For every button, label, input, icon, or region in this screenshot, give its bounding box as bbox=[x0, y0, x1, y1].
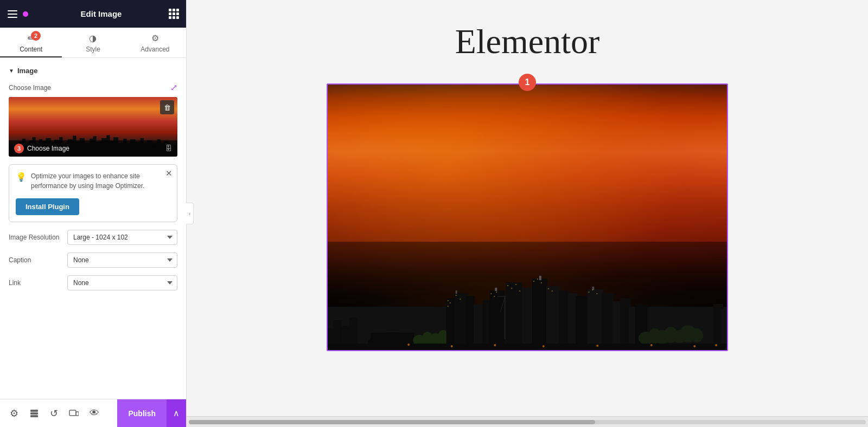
svg-rect-75 bbox=[588, 292, 589, 293]
tab-content-label: Content bbox=[20, 46, 42, 53]
svg-point-81 bbox=[542, 345, 545, 347]
svg-rect-4 bbox=[76, 412, 79, 416]
tab-style[interactable]: ◑ Style bbox=[62, 28, 124, 57]
install-plugin-button[interactable]: Install Plugin bbox=[16, 198, 79, 215]
canvas-area: Elementor 1 bbox=[187, 0, 868, 427]
grid-icon[interactable] bbox=[169, 9, 178, 19]
main-city-silhouette bbox=[328, 242, 727, 350]
hamburger-line bbox=[8, 14, 17, 15]
tab-content[interactable]: ✏ Content 2 bbox=[0, 28, 62, 57]
svg-rect-60 bbox=[448, 306, 449, 307]
caption-row: Caption None bbox=[9, 253, 177, 268]
choose-image-label: Choose Image ⤢ bbox=[9, 82, 177, 93]
tab-style-label: Style bbox=[86, 46, 100, 53]
resolution-row: Image Resolution Large - 1024 x 102 bbox=[9, 230, 177, 245]
section-image-title: ▼ Image bbox=[9, 67, 177, 75]
svg-rect-64 bbox=[494, 296, 495, 297]
hamburger-line bbox=[8, 17, 17, 18]
svg-rect-29 bbox=[504, 296, 506, 339]
svg-rect-42 bbox=[602, 293, 614, 350]
link-select[interactable]: None bbox=[67, 275, 177, 290]
svg-rect-73 bbox=[548, 288, 549, 289]
panel-header: Edit Image bbox=[0, 0, 186, 28]
publish-button[interactable]: Publish bbox=[117, 399, 167, 428]
svg-rect-16 bbox=[371, 333, 414, 344]
svg-rect-28 bbox=[495, 288, 497, 291]
svg-rect-24 bbox=[456, 290, 457, 294]
horizontal-scrollbar[interactable] bbox=[189, 420, 866, 424]
delete-image-button[interactable]: 🗑 bbox=[160, 100, 174, 114]
svg-rect-71 bbox=[537, 279, 538, 280]
optimize-text: Optimize your images to enhance site per… bbox=[31, 171, 170, 191]
responsive-toolbar-button[interactable] bbox=[63, 404, 84, 423]
svg-rect-32 bbox=[506, 282, 522, 350]
main-image-bg bbox=[328, 85, 727, 350]
svg-rect-72 bbox=[541, 282, 542, 283]
svg-rect-2 bbox=[30, 415, 38, 417]
step3-badge: 3 bbox=[14, 144, 24, 153]
menu-button[interactable] bbox=[8, 10, 17, 18]
resolution-label: Image Resolution bbox=[9, 234, 63, 241]
image-preview-wrapper[interactable]: 🗑 3 Choose Image 🗄 bbox=[9, 97, 177, 157]
preview-toolbar-button[interactable]: 👁 bbox=[84, 403, 105, 423]
svg-rect-0 bbox=[30, 410, 38, 412]
svg-rect-59 bbox=[450, 302, 451, 303]
choose-image-btn[interactable]: 3 Choose Image 🗄 bbox=[9, 140, 177, 157]
svg-rect-63 bbox=[490, 293, 492, 294]
svg-rect-35 bbox=[539, 276, 541, 280]
svg-rect-40 bbox=[587, 289, 603, 350]
image-widget[interactable] bbox=[327, 83, 728, 351]
settings-toolbar-button[interactable]: ⚙ bbox=[4, 403, 24, 424]
svg-rect-1 bbox=[30, 412, 38, 415]
svg-point-83 bbox=[650, 344, 653, 346]
content-badge: 2 bbox=[31, 31, 41, 41]
canvas-step1-badge: 1 bbox=[519, 74, 536, 91]
svg-rect-74 bbox=[552, 290, 553, 292]
close-banner-button[interactable]: ✕ bbox=[165, 169, 173, 177]
toolbar-icons: ⚙ ↺ 👁 bbox=[0, 403, 117, 424]
section-arrow: ▼ bbox=[9, 68, 14, 74]
bottom-toolbar: ⚙ ↺ 👁 Publish ∧ bbox=[0, 399, 186, 427]
svg-point-78 bbox=[407, 344, 410, 346]
canvas-content: Elementor 1 bbox=[187, 0, 868, 416]
chevron-up-button[interactable]: ∧ bbox=[167, 399, 186, 428]
svg-rect-22 bbox=[455, 293, 468, 350]
caption-label: Caption bbox=[9, 256, 63, 264]
layers-toolbar-button[interactable] bbox=[24, 404, 44, 423]
svg-rect-68 bbox=[515, 284, 516, 285]
optimize-banner: ✕ 💡 Optimize your images to enhance site… bbox=[9, 164, 177, 222]
scroll-thumb bbox=[189, 420, 595, 424]
svg-rect-39 bbox=[576, 296, 589, 350]
svg-rect-3 bbox=[69, 410, 76, 416]
caption-select[interactable]: None bbox=[67, 253, 177, 268]
link-row: Link None bbox=[9, 275, 177, 290]
section-label: Image bbox=[17, 67, 38, 75]
svg-rect-70 bbox=[533, 281, 534, 282]
left-panel: Edit Image ✏ Content 2 ◑ Style ⚙ Advance… bbox=[0, 0, 187, 427]
city-skyline-svg bbox=[328, 242, 727, 350]
db-icon: 🗄 bbox=[165, 145, 172, 152]
collapse-handle[interactable]: ‹ bbox=[186, 203, 194, 224]
svg-rect-34 bbox=[532, 279, 547, 350]
expand-icon[interactable]: ⤢ bbox=[170, 82, 177, 93]
svg-point-85 bbox=[715, 344, 717, 346]
hamburger-line bbox=[8, 10, 17, 11]
svg-rect-76 bbox=[592, 289, 593, 290]
svg-rect-36 bbox=[546, 286, 560, 350]
history-toolbar-button[interactable]: ↺ bbox=[44, 403, 63, 424]
svg-point-80 bbox=[494, 344, 496, 346]
tab-advanced-label: Advanced bbox=[141, 46, 169, 53]
banner-header: 💡 Optimize your images to enhance site p… bbox=[16, 171, 170, 191]
panel-tabs: ✏ Content 2 ◑ Style ⚙ Advanced bbox=[0, 28, 186, 58]
panel-title: Edit Image bbox=[81, 9, 122, 18]
svg-point-53 bbox=[690, 328, 703, 342]
svg-rect-58 bbox=[448, 300, 449, 301]
svg-rect-67 bbox=[511, 288, 512, 289]
panel-content: ▼ Image Choose Image ⤢ 🗑 3 Choose Image … bbox=[0, 58, 186, 399]
svg-rect-77 bbox=[596, 293, 597, 294]
svg-point-79 bbox=[451, 345, 453, 347]
image-widget-wrapper[interactable]: 1 bbox=[327, 83, 728, 351]
svg-point-84 bbox=[693, 345, 695, 347]
resolution-select[interactable]: Large - 1024 x 102 bbox=[67, 230, 177, 245]
tab-advanced[interactable]: ⚙ Advanced bbox=[124, 28, 186, 57]
